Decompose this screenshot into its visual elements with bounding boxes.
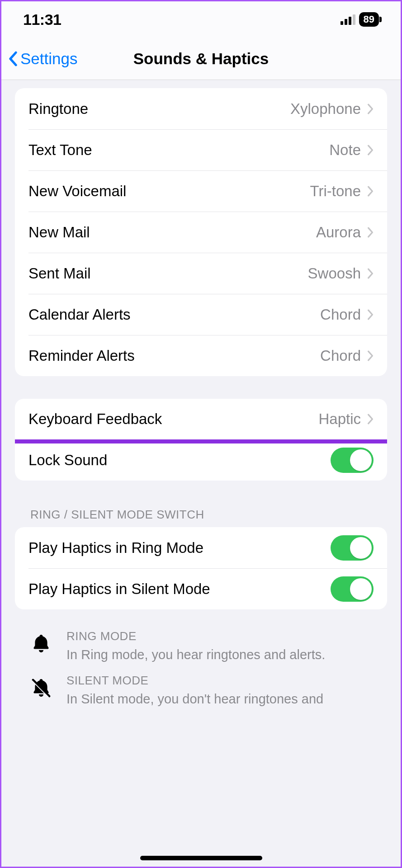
row-label: Play Haptics in Silent Mode <box>28 580 331 598</box>
row-keyboard-feedback[interactable]: Keyboard Feedback Haptic <box>15 399 387 439</box>
row-label: Text Tone <box>28 142 329 159</box>
row-label: Lock Sound <box>28 452 331 469</box>
chevron-right-icon <box>367 350 374 361</box>
note-desc: In Silent mode, you don't hear ringtones… <box>66 690 374 708</box>
haptics-silent-toggle[interactable] <box>331 576 374 602</box>
row-label: New Voicemail <box>28 183 310 200</box>
cellular-signal-icon <box>341 14 355 25</box>
note-title: SILENT MODE <box>66 674 374 688</box>
status-time: 11:31 <box>23 11 61 28</box>
row-value: Haptic <box>318 410 361 428</box>
row-value: Chord <box>320 306 361 323</box>
row-ringtone[interactable]: Ringtone Xylophone <box>15 88 387 129</box>
section-header-ring-silent: RING / SILENT MODE SWITCH <box>15 508 387 527</box>
note-ring-mode: RING MODE In Ring mode, you hear rington… <box>28 629 374 664</box>
system-sounds-group: Keyboard Feedback Haptic Lock Sound <box>15 399 387 481</box>
row-value: Chord <box>320 347 361 364</box>
row-haptics-silent-mode: Play Haptics in Silent Mode <box>15 568 387 609</box>
chevron-right-icon <box>367 414 374 425</box>
row-haptics-ring-mode: Play Haptics in Ring Mode <box>15 527 387 568</box>
chevron-right-icon <box>367 104 374 114</box>
back-label: Settings <box>20 50 77 68</box>
battery-indicator: 89 <box>359 12 379 27</box>
row-value: Aurora <box>316 224 361 241</box>
status-right: 89 <box>341 12 379 27</box>
lock-sound-toggle[interactable] <box>331 448 374 473</box>
chevron-right-icon <box>367 227 374 238</box>
chevron-right-icon <box>367 309 374 320</box>
home-indicator[interactable] <box>140 856 262 860</box>
row-label: Reminder Alerts <box>28 347 320 364</box>
ring-silent-group: Play Haptics in Ring Mode Play Haptics i… <box>15 527 387 609</box>
row-sent-mail[interactable]: Sent Mail Swoosh <box>15 253 387 294</box>
row-value: Swoosh <box>308 265 361 282</box>
content: Ringtone Xylophone Text Tone Note New Vo… <box>1 80 401 708</box>
row-label: Play Haptics in Ring Mode <box>28 539 331 557</box>
note-silent-mode: SILENT MODE In Silent mode, you don't he… <box>28 674 374 708</box>
row-text-tone[interactable]: Text Tone Note <box>15 129 387 170</box>
row-label: Keyboard Feedback <box>28 410 318 428</box>
row-new-voicemail[interactable]: New Voicemail Tri-tone <box>15 170 387 212</box>
row-value: Xylophone <box>290 100 361 118</box>
row-label: Sent Mail <box>28 265 308 282</box>
row-reminder-alerts[interactable]: Reminder Alerts Chord <box>15 335 387 376</box>
note-desc: In Ring mode, you hear ringtones and ale… <box>66 646 374 664</box>
nav-header: Settings Sounds & Haptics <box>1 38 401 80</box>
bell-slash-icon <box>28 675 54 701</box>
row-label: Ringtone <box>28 100 290 118</box>
row-new-mail[interactable]: New Mail Aurora <box>15 212 387 253</box>
row-label: Calendar Alerts <box>28 306 320 323</box>
row-lock-sound: Lock Sound <box>15 439 387 481</box>
chevron-right-icon <box>367 186 374 197</box>
bell-icon <box>28 631 54 656</box>
row-value: Note <box>329 142 361 159</box>
back-button[interactable]: Settings <box>9 50 77 68</box>
battery-level: 89 <box>364 14 374 25</box>
chevron-left-icon <box>9 51 18 66</box>
highlight-keyboard-feedback: Keyboard Feedback Haptic <box>15 399 387 443</box>
chevron-right-icon <box>367 268 374 279</box>
status-bar: 11:31 89 <box>1 1 401 38</box>
note-title: RING MODE <box>66 629 374 643</box>
sounds-group: Ringtone Xylophone Text Tone Note New Vo… <box>15 88 387 376</box>
chevron-right-icon <box>367 145 374 156</box>
haptics-ring-toggle[interactable] <box>331 535 374 561</box>
row-calendar-alerts[interactable]: Calendar Alerts Chord <box>15 294 387 335</box>
footer-notes: RING MODE In Ring mode, you hear rington… <box>15 629 387 708</box>
row-label: New Mail <box>28 224 316 241</box>
row-value: Tri-tone <box>310 183 361 200</box>
